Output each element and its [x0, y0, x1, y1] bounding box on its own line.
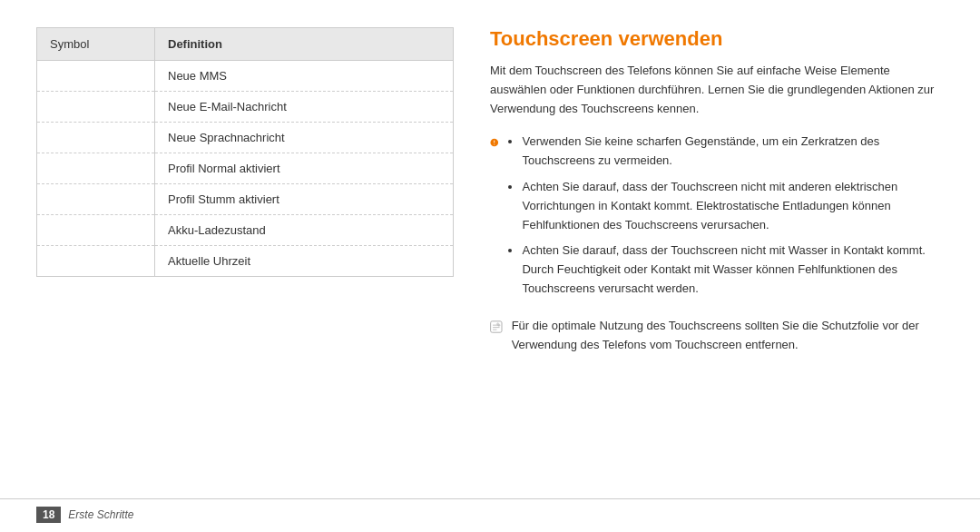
bullet-item: Achten Sie darauf, dass der Touchscreen … [522, 241, 944, 298]
tip-text: Für die optimale Nutzung des Touchscreen… [512, 317, 944, 355]
section-title: Touchscreen verwenden [490, 27, 944, 51]
table-row: Profil Stumm aktiviert [37, 184, 454, 215]
svg-rect-3 [491, 321, 502, 332]
col-header-symbol: Symbol [37, 28, 155, 61]
table-cell-definition: Profil Normal aktiviert [155, 153, 454, 184]
table-cell-definition: Neue Sprachnachricht [155, 123, 454, 153]
right-section: Touchscreen verwenden Mit dem Touchscree… [490, 27, 944, 480]
table-row: Neue E-Mail-Nachricht [37, 92, 454, 123]
col-header-definition: Definition [155, 28, 454, 61]
table-row: Neue MMS [37, 61, 454, 92]
bullet-item: Achten Sie darauf, dass der Touchscreen … [522, 178, 944, 234]
svg-point-2 [494, 144, 495, 145]
page-number: 18 [36, 507, 61, 523]
table-row: Akku-Ladezustand [37, 215, 454, 246]
table-cell-symbol [37, 246, 155, 277]
table-section: Symbol Definition Neue MMSNeue E-Mail-Na… [36, 27, 454, 480]
table-cell-symbol [37, 184, 155, 215]
bullet-item: Verwenden Sie keine scharfen Gegenstände… [522, 133, 944, 171]
table-cell-symbol [37, 92, 155, 123]
symbol-table: Symbol Definition Neue MMSNeue E-Mail-Na… [36, 27, 454, 277]
table-row: Neue Sprachnachricht [37, 123, 454, 153]
warning-icon [490, 133, 498, 153]
warning-content: Verwenden Sie keine scharfen Gegenstände… [507, 133, 944, 305]
tip-block: Für die optimale Nutzung des Touchscreen… [490, 317, 944, 355]
warning-block: Verwenden Sie keine scharfen Gegenstände… [490, 133, 944, 305]
table-row: Aktuelle Uhrzeit [37, 246, 454, 277]
table-cell-definition: Neue E-Mail-Nachricht [155, 92, 454, 123]
table-cell-definition: Neue MMS [155, 61, 454, 92]
intro-paragraph: Mit dem Touchscreen des Telefons können … [490, 62, 944, 118]
tip-icon [490, 317, 503, 337]
table-cell-definition: Profil Stumm aktiviert [155, 184, 454, 215]
svg-rect-1 [494, 141, 495, 143]
page-footer: 18 Erste Schritte [0, 498, 980, 532]
table-cell-symbol [37, 215, 155, 246]
table-cell-definition: Akku-Ladezustand [155, 215, 454, 246]
table-cell-symbol [37, 61, 155, 92]
table-row: Profil Normal aktiviert [37, 153, 454, 184]
table-cell-symbol [37, 123, 155, 153]
table-cell-symbol [37, 153, 155, 184]
footer-label: Erste Schritte [68, 508, 133, 521]
table-cell-definition: Aktuelle Uhrzeit [155, 246, 454, 277]
